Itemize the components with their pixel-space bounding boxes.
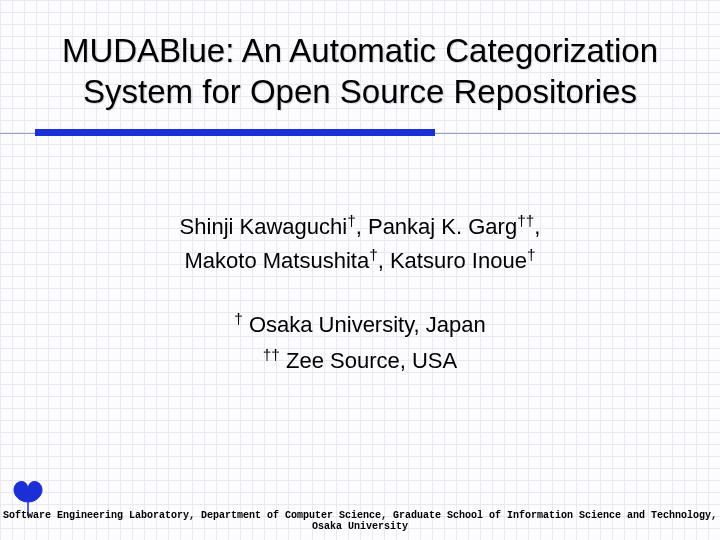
slide: MUDABlue: An Automatic Categorization Sy… <box>0 0 720 540</box>
author-mark: † <box>347 212 356 229</box>
author-name: Makoto Matsushita <box>185 248 370 273</box>
author-mark: † <box>369 246 378 263</box>
title-rule <box>0 129 720 139</box>
author-sep: , <box>378 248 390 273</box>
author-sep: , <box>356 214 368 239</box>
affiliations-block: † Osaka University, Japan †† Zee Source,… <box>0 307 720 378</box>
affil-text: Osaka University, Japan <box>243 312 486 337</box>
affil-mark: † <box>234 310 243 327</box>
author-mark: † <box>527 246 536 263</box>
author-end: , <box>534 214 540 239</box>
author-name: Pankaj K. Garg <box>368 214 517 239</box>
rule-thick <box>35 129 435 136</box>
affiliation-line: †† Zee Source, USA <box>0 343 720 379</box>
affil-mark: †† <box>263 346 280 363</box>
authors-block: Shinji Kawaguchi†, Pankaj K. Garg††, Mak… <box>0 209 720 278</box>
author-name: Shinji Kawaguchi <box>180 214 348 239</box>
slide-title: MUDABlue: An Automatic Categorization Sy… <box>0 0 720 123</box>
footer-text: Software Engineering Laboratory, Departm… <box>0 510 720 532</box>
affil-text: Zee Source, USA <box>280 348 457 373</box>
affiliation-line: † Osaka University, Japan <box>0 307 720 343</box>
author-name: Katsuro Inoue <box>390 248 527 273</box>
authors-line-1: Shinji Kawaguchi†, Pankaj K. Garg††, <box>0 209 720 243</box>
authors-line-2: Makoto Matsushita†, Katsuro Inoue† <box>0 243 720 277</box>
author-mark: †† <box>517 212 534 229</box>
